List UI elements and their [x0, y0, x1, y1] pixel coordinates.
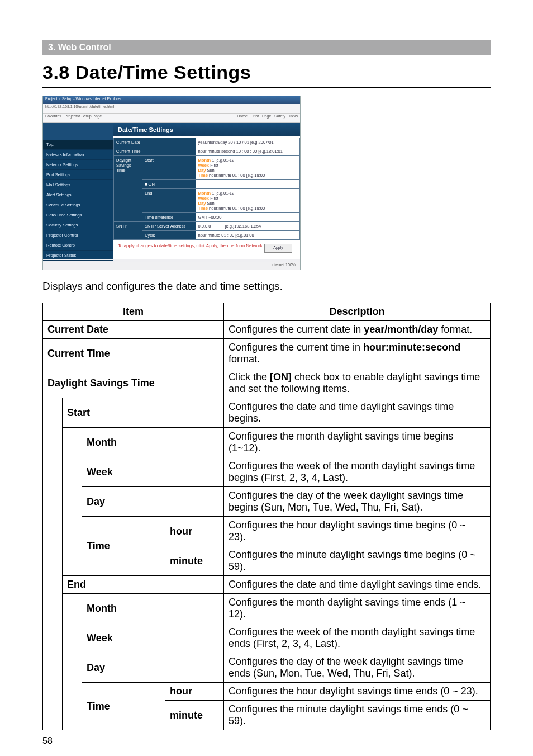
dst-label: Daylight Savings Time	[114, 156, 142, 222]
desc-bold: hour:minute:second	[363, 342, 460, 353]
time-l: Time	[198, 206, 208, 211]
logo-area	[43, 123, 113, 140]
title-underline	[42, 87, 491, 88]
sidebar-item: Projector Status	[43, 251, 113, 261]
item-start-time-minute: minute	[165, 546, 224, 576]
indent-cell	[63, 594, 82, 730]
item-end-time-hour: hour	[165, 683, 224, 701]
on-label: ■ ON	[142, 180, 196, 189]
sidebar-item: Port Settings	[43, 170, 113, 180]
page-number: 58	[42, 736, 53, 746]
item-end: End	[63, 576, 224, 594]
cycle-label: Cycle	[142, 231, 196, 240]
row-value: year/month/day 20 / 10 / 01 [e.g.2007/01	[196, 138, 299, 147]
item-end-time: Time	[82, 683, 165, 730]
end-values: Month 1 [e.g.01-12 Week First Day Sun Ti…	[196, 189, 299, 213]
settings-table: Current Date year/month/day 20 / 10 / 01…	[113, 138, 300, 240]
chapter-bar: 3. Web Control	[42, 40, 491, 55]
desc-text: Configures the current time in	[229, 342, 363, 353]
browser-toolbar: Favorites | Projector Setup Page Home · …	[43, 114, 300, 123]
desc-bold: [ON]	[270, 371, 292, 382]
time-l: Time	[198, 173, 208, 178]
time-diff-value: GMT +00:00	[196, 213, 299, 222]
item-start-time: Time	[82, 517, 165, 576]
sidebar-item: Projector Control	[43, 230, 113, 240]
item-start: Start	[63, 398, 224, 428]
day-v: Sun	[207, 201, 214, 206]
desc-text: format.	[438, 324, 472, 335]
week-l: Week	[198, 163, 209, 168]
desc-start-week: Configures the week of the month dayligh…	[224, 457, 491, 487]
time-v: hour:minute 01 : 00 [e.g.18:00	[209, 206, 265, 211]
screenshot-date-time-settings: Projector Setup - Windows Internet Explo…	[42, 96, 301, 270]
item-end-month: Month	[82, 594, 224, 623]
header-description: Description	[224, 303, 491, 321]
item-end-day: Day	[82, 653, 224, 683]
sidebar-item: Schedule Settings	[43, 200, 113, 210]
status-right: Internet 100%	[271, 263, 296, 269]
item-end-time-minute: minute	[165, 701, 224, 730]
desc-start: Configures the date and time daylight sa…	[224, 398, 491, 428]
desc-bold: year/month/day	[364, 324, 438, 335]
sntp-srv-v: 0.0.0.0	[198, 224, 211, 229]
toolbar-right: Home · Print · Page · Safety · Tools	[237, 114, 298, 122]
sidebar-top: Top:	[43, 140, 113, 150]
row-label: Current Time	[114, 147, 196, 156]
item-end-week: Week	[82, 623, 224, 653]
desc-start-time-hour: Configures the hour daylight savings tim…	[224, 517, 491, 546]
desc-end: Configures the date and time daylight sa…	[224, 576, 491, 594]
desc-end-time-hour: Configures the hour daylight savings tim…	[224, 683, 491, 701]
desc-end-time-minute: Configures the minute daylight savings t…	[224, 701, 491, 730]
indent-cell	[43, 398, 63, 730]
desc-end-week: Configures the week of the month dayligh…	[224, 623, 491, 653]
page-title: 3.8 Date/Time Settings	[42, 62, 491, 83]
indent-cell	[63, 428, 82, 576]
sidebar-item: Alert Settings	[43, 190, 113, 200]
sidebar-item: Network Information	[43, 150, 113, 160]
sidebar-item: Mail Settings	[43, 180, 113, 190]
day-l: Day	[198, 201, 206, 206]
item-start-day: Day	[82, 487, 224, 517]
month-l: Month	[198, 158, 211, 163]
window-titlebar: Projector Setup - Windows Internet Explo…	[43, 96, 300, 104]
month-v: 1 [e.g.01-12	[212, 191, 234, 196]
desc-start-month: Configures the month daylight savings ti…	[224, 428, 491, 457]
address-bar: http://192.168.1.10/admin/datetime.html	[43, 104, 300, 114]
week-v: First	[210, 163, 218, 168]
sidebar: Top: Network Information Network Setting…	[43, 123, 113, 259]
desc-text: Configures the current date in	[229, 324, 364, 335]
sntp-server-value: 0.0.0.0 [e.g.]192.168.1.254	[196, 222, 299, 231]
status-bar: Internet 100%	[43, 262, 300, 270]
desc-current-time: Configures the current time in hour:minu…	[224, 339, 491, 368]
item-dst: Daylight Savings Time	[43, 368, 224, 398]
start-label: Start	[142, 156, 196, 180]
item-current-date: Current Date	[43, 321, 224, 339]
desc-dst: Click the [ON] check box to enable dayli…	[224, 368, 491, 398]
end-label: End	[142, 189, 196, 213]
sidebar-item: Network Settings	[43, 160, 113, 170]
item-start-week: Week	[82, 457, 224, 487]
section-title: Date/Time Settings	[113, 123, 300, 136]
desc-text: Click the	[229, 371, 270, 382]
toolbar-left: Favorites | Projector Setup Page	[45, 114, 102, 122]
month-v: 1 [e.g.01-12	[212, 158, 234, 163]
sidebar-item: Remote Control	[43, 240, 113, 251]
month-l: Month	[198, 191, 211, 196]
day-l: Day	[198, 168, 206, 173]
day-v: Sun	[207, 168, 214, 173]
desc-text: format.	[229, 353, 260, 365]
row-value: hour:minute:second 10 : 00 : 00 [e.g.18:…	[196, 147, 299, 156]
item-start-month: Month	[82, 428, 224, 457]
item-start-time-hour: hour	[165, 517, 224, 546]
time-diff-label: Time difference	[142, 213, 196, 222]
cycle-value: hour:minute 01 : 00 [e.g.01:00	[196, 231, 299, 240]
row-label: Current Date	[114, 138, 196, 147]
item-current-time: Current Time	[43, 339, 224, 368]
time-v: hour:minute 01 : 00 [e.g.18:00	[209, 173, 265, 178]
header-item: Item	[43, 303, 224, 321]
sntp-server-label: SNTP Server Address	[142, 222, 196, 231]
description-table: Item Description Current Date Configures…	[42, 303, 491, 730]
desc-current-date: Configures the current date in year/mont…	[224, 321, 491, 339]
sidebar-item: Date/Time Settings	[43, 210, 113, 220]
desc-end-month: Configures the month daylight savings ti…	[224, 594, 491, 623]
